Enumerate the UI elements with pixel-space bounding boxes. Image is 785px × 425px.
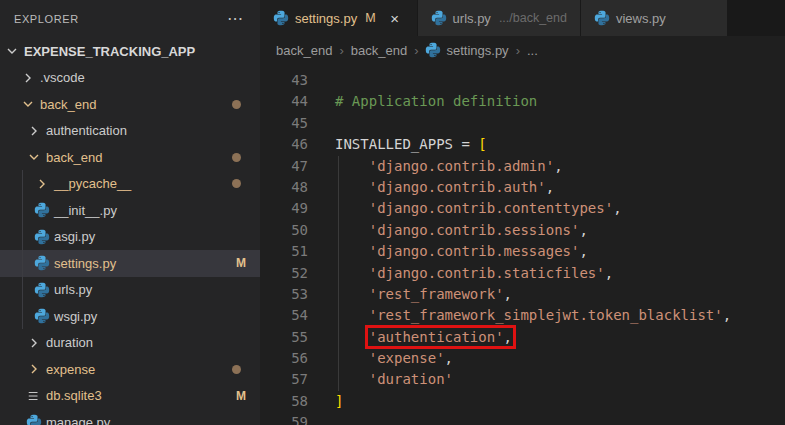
badge-wrap (232, 100, 260, 109)
tab-modified-badge: M (365, 11, 375, 25)
code-line-43[interactable]: 43 (260, 70, 785, 91)
breadcrumb-separator: › (516, 43, 520, 58)
badge-wrap (232, 365, 260, 374)
line-number: 55 (260, 327, 308, 348)
tree-item-label: asgi.py (54, 229, 95, 244)
line-number: 56 (260, 348, 308, 369)
line-number: 51 (260, 241, 308, 262)
chevron-down-icon (26, 149, 42, 165)
code-token (335, 307, 369, 323)
code-line-content: 'expense', (308, 348, 453, 369)
tree-item-label: EXPENSE_TRACKING_APP (24, 44, 195, 59)
code-line-46[interactable]: 46INSTALLED_APPS = [ (260, 134, 785, 155)
line-number: 45 (260, 113, 308, 134)
modified-badge: M (236, 256, 246, 270)
line-number: 43 (260, 70, 308, 91)
line-number: 49 (260, 198, 308, 219)
tree-item-label: urls.py (54, 282, 92, 297)
tree-item-wsgi-py[interactable]: wsgi.py (0, 303, 260, 330)
breadcrumb: back_end›back_end›settings.py›... (260, 36, 785, 64)
code-token (335, 350, 369, 366)
badge-wrap (232, 179, 260, 188)
breadcrumb-label: ... (527, 43, 538, 58)
annotation-red-box: 'authentication', (369, 329, 512, 345)
modified-dot-badge (232, 179, 241, 188)
line-number: 47 (260, 156, 308, 177)
code-token: ] (335, 393, 343, 409)
python-icon (594, 10, 610, 26)
breadcrumb-item-back-end[interactable]: back_end (276, 43, 332, 58)
code-token (335, 158, 369, 174)
tree-item-init-py[interactable]: __init__.py (0, 197, 260, 224)
code-editor[interactable]: 4344# Application definition4546INSTALLE… (260, 64, 785, 425)
chevron-right-icon (34, 176, 50, 192)
tab-urls-py[interactable]: urls.py.../back_end (418, 0, 581, 36)
badge-wrap: M (236, 256, 260, 270)
code-token: , (605, 265, 613, 281)
code-line-58[interactable]: 58] (260, 391, 785, 412)
python-icon (26, 414, 42, 425)
code-line-content: 'django.contrib.sessions', (308, 220, 588, 241)
tree-item-manage-py[interactable]: manage.py (0, 409, 260, 425)
tree-item-label: db.sqlite3 (46, 388, 102, 403)
code-line-59[interactable]: 59 (260, 412, 785, 425)
breadcrumb-separator: › (414, 43, 418, 58)
breadcrumb-item-[interactable]: ... (527, 43, 538, 58)
code-token: , (504, 329, 512, 345)
modified-dot-badge (232, 100, 241, 109)
breadcrumb-label: back_end (276, 43, 332, 58)
tree-item-urls-py[interactable]: urls.py (0, 277, 260, 304)
tree-item-authentication[interactable]: authentication (0, 118, 260, 145)
code-line-content: 'django.contrib.contenttypes', (308, 198, 622, 219)
code-line-content: ] (308, 391, 343, 412)
tab-label: urls.py (453, 11, 491, 26)
tree-item-duration[interactable]: duration (0, 330, 260, 357)
tree-item-back-end[interactable]: back_end (0, 144, 260, 171)
tree-item-label: back_end (46, 150, 102, 165)
code-line-content (308, 412, 335, 425)
code-line-content: 'django.contrib.admin', (308, 156, 563, 177)
code-token: 'expense' (369, 350, 445, 366)
code-line-content: 'duration' (308, 369, 453, 390)
code-line-45[interactable]: 45 (260, 113, 785, 134)
more-actions-icon[interactable]: ⋯ (227, 11, 244, 27)
code-token: , (613, 200, 621, 216)
python-icon (34, 202, 50, 218)
breadcrumb-item-settings-py[interactable]: settings.py (425, 42, 508, 58)
code-token: , (546, 179, 554, 195)
explorer-title: EXPLORER (14, 13, 79, 25)
tab-views-py[interactable]: views.py (581, 0, 728, 36)
tree-item-back-end[interactable]: back_end (0, 91, 260, 118)
database-file-icon (26, 388, 42, 404)
code-line-content: # Application definition (308, 91, 537, 112)
tree-item-label: __pycache__ (54, 176, 131, 191)
line-number: 52 (260, 263, 308, 284)
tree-item-db-sqlite3[interactable]: db.sqlite3M (0, 383, 260, 410)
code-line-44[interactable]: 44# Application definition (260, 91, 785, 112)
explorer-header: EXPLORER ⋯ (0, 0, 260, 38)
python-icon (425, 42, 441, 58)
tree-item-expense-tracking-app[interactable]: EXPENSE_TRACKING_APP (0, 38, 260, 65)
code-line-content: 'django.contrib.staticfiles', (308, 263, 613, 284)
chevron-right-icon (26, 361, 42, 377)
tab-settings-py[interactable]: settings.pyM× (260, 0, 418, 36)
breadcrumb-item-back-end[interactable]: back_end (351, 43, 407, 58)
code-token: 'duration' (369, 371, 453, 387)
code-token: 'django.contrib.staticfiles' (369, 265, 605, 281)
tree-item-settings-py[interactable]: settings.pyM (0, 250, 260, 277)
tab-bar: settings.pyM×urls.py.../back_endviews.py (260, 0, 785, 36)
file-tree: EXPENSE_TRACKING_APP.vscodeback_endauthe… (0, 38, 260, 425)
code-token: [ (478, 136, 486, 152)
tree-item-pycache[interactable]: __pycache__ (0, 171, 260, 198)
breadcrumb-separator: › (339, 43, 343, 58)
chevron-right-icon (26, 123, 42, 139)
code-token: 'rest_framework' (369, 286, 504, 302)
python-icon (34, 229, 50, 245)
tree-item-asgi-py[interactable]: asgi.py (0, 224, 260, 251)
tree-item-expense[interactable]: expense (0, 356, 260, 383)
tree-item-vscode[interactable]: .vscode (0, 65, 260, 92)
close-icon[interactable]: × (386, 10, 404, 27)
badge-wrap: M (236, 389, 260, 403)
line-number: 54 (260, 305, 308, 326)
python-icon (431, 10, 447, 26)
